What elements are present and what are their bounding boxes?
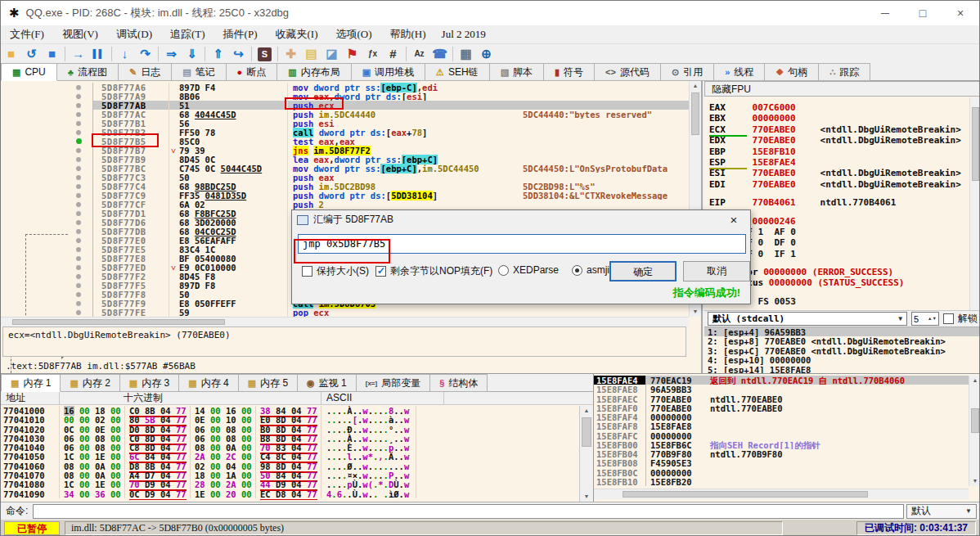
memory-tab-内存 1[interactable]: ▦内存 1 (1, 374, 61, 392)
menu-item-收藏夹I[interactable]: 收藏夹(I) (266, 25, 326, 43)
command-script-dropdown[interactable]: 默认 ▼ (906, 504, 977, 519)
tab-符号[interactable]: ▮符号 (544, 63, 595, 81)
arg-row[interactable]: 2: [esp+8] 770EABE0 <ntdll.DbgUiRemoteBr… (704, 336, 980, 345)
scroll-down-icon[interactable]: ▼ (690, 307, 701, 317)
disasm-row[interactable]: 5D8F77B7˅79 39jns im.5D8F77F2 (1, 146, 689, 155)
stop-icon[interactable]: ■ (42, 45, 62, 63)
register-row[interactable]: EBX 00000000 (709, 113, 969, 124)
script-s-icon[interactable]: S (258, 47, 272, 61)
asmjit-radio[interactable] (572, 265, 582, 276)
gutter-dot[interactable] (76, 157, 81, 162)
xedparse-radio[interactable] (498, 265, 509, 276)
stack-row[interactable]: 15E8FAE4770EAC19返回到 ntdll.770EAC19 自 ntd… (594, 376, 969, 385)
gutter-dot[interactable] (76, 301, 81, 306)
stack-row[interactable]: 15E8FAEC770EABE0ntdll.770EABE0 (594, 394, 969, 403)
breakpoint-dot[interactable] (76, 138, 82, 144)
memory-tab-内存 3[interactable]: ▦内存 3 (120, 374, 179, 392)
disasm-row[interactable]: 5D8F77BCC745 0C 5044C45Dmov dword ptr ss… (1, 164, 689, 173)
tab-调用堆栈[interactable]: ▣调用堆栈 (352, 63, 425, 81)
disasm-row[interactable]: 5D8F77A98B06mov eax,dword ptr ds:[esi] (1, 92, 689, 101)
gutter-dot[interactable] (76, 148, 81, 153)
gutter-dot[interactable] (76, 310, 81, 315)
tab-日志[interactable]: ✎日志 (119, 63, 172, 81)
stack-horizontal-scrollbar[interactable] (594, 489, 969, 499)
memory-tab-内存 5[interactable]: ▦内存 5 (239, 374, 298, 392)
tab-源代码[interactable]: <>源代码 (595, 63, 661, 81)
memory-row[interactable]: 7704109034 00 36 000C D9 04 771E 00 20 0… (1, 489, 579, 498)
pause-icon[interactable]: ▌▌ (88, 45, 109, 63)
globe-icon[interactable]: ⊕ (476, 45, 497, 63)
register-row[interactable]: EAX 007C6000 (709, 102, 969, 113)
memory-row[interactable]: 770410801C 00 1E 0070 D9 04 7728 00 2A 0… (1, 480, 579, 489)
register-row[interactable]: ECX 770EABE0<ntdll.DbgUiRemoteBreakin> (709, 124, 969, 135)
tab-线程[interactable]: »线程 (714, 63, 765, 81)
gutter-dot[interactable] (76, 265, 81, 270)
memory-vertical-scrollbar[interactable]: ▲ ▼ (579, 406, 593, 502)
stack-row[interactable]: 15E8FAE896A59BB3 (594, 385, 969, 394)
calculator-icon[interactable]: ▦ (456, 45, 476, 63)
calling-convention-select[interactable]: 默认 (stdcall) ▼ (708, 312, 907, 326)
memory-row[interactable]: 7704103006 00 08 00C0 8D 04 7706 00 08 0… (1, 434, 579, 443)
cancel-button[interactable]: 取消 (683, 261, 750, 282)
bookmark-icon[interactable]: ⚑ (342, 45, 362, 63)
stack-vertical-scrollbar[interactable]: ▲ ▼ (969, 376, 980, 486)
memory-row[interactable]: 7704100016 00 18 00C0 8B 04 7714 00 16 0… (1, 406, 579, 415)
unlock-checkbox[interactable] (943, 313, 954, 324)
function-icon[interactable]: ƒx (362, 45, 383, 63)
stack-row[interactable]: 15E8FB0015E8FB6C指向SEH_Record[1]的指针 (594, 440, 969, 449)
stack-row[interactable]: 15E8FAF0770EABE0ntdll.770EABE0 (594, 403, 969, 412)
tab-断点[interactable]: ●断点 (227, 63, 278, 81)
fill-nop-checkbox[interactable] (375, 266, 386, 277)
close-button[interactable]: × (942, 1, 979, 25)
memory-tab-内存 2[interactable]: ▦内存 2 (61, 374, 119, 392)
memory-row[interactable]: 770410200C 00 0E 00D0 8D 04 7706 00 08 0… (1, 425, 579, 434)
scroll-up-icon[interactable]: ▲ (690, 81, 701, 91)
run-icon[interactable]: → (68, 45, 88, 63)
register-row[interactable]: EDX 770EABE0<ntdll.DbgUiRemoteBreakin> (709, 135, 969, 146)
hide-fpu-button[interactable]: 隐藏FPU (704, 81, 980, 97)
register-row[interactable]: EIP 770B4061ntdll.770B4061 (709, 197, 969, 208)
memory-tab-局部变量[interactable]: [x=]局部变量 (357, 374, 430, 392)
tab-笔记[interactable]: ▤笔记 (172, 63, 226, 81)
maximize-button[interactable]: □ (904, 1, 942, 25)
stack-row[interactable]: 15E8FB04770B9F80ntdll.770B9F80 (594, 449, 969, 458)
menu-item-帮助H[interactable]: 帮助(H) (381, 25, 435, 43)
gutter-dot[interactable] (76, 103, 81, 108)
register-row[interactable]: EBP 15E8FB10 (709, 146, 969, 157)
gutter-dot[interactable] (76, 283, 81, 288)
spinner-arrows-icon[interactable]: ▲▼ (928, 317, 937, 321)
disasm-row[interactable]: 5D8F77B2FF50 78call dword ptr ds:[eax+78… (1, 128, 689, 137)
disasm-row[interactable]: 5D8F77FE59pop ecx (1, 308, 689, 317)
tab-CPU[interactable]: ▦CPU (1, 63, 57, 81)
arg-row[interactable]: 1: [esp+4] 96A59BB3 (704, 327, 980, 336)
tab-引用[interactable]: ⊙引用 (661, 63, 714, 81)
disasm-row[interactable]: 5D8F77CF6A 02push 2 (1, 200, 689, 209)
disasm-row[interactable]: 5D8F77B156push esi (1, 119, 689, 128)
step-over-icon[interactable]: ↷ (135, 45, 155, 63)
menu-item-调试D[interactable]: 调试(D) (107, 25, 161, 43)
gutter-dot[interactable] (76, 229, 81, 234)
menu-item-追踪T[interactable]: 追踪(T) (161, 25, 214, 43)
scroll-up-icon[interactable]: ▲ (580, 406, 593, 416)
stack-row[interactable]: 15E8FAF815E8FAE8 (594, 421, 969, 430)
args-count-spinner[interactable]: 5 ▲▼ (911, 312, 939, 326)
tab-跟踪[interactable]: ∴跟踪 (819, 63, 870, 81)
label-icon[interactable]: ◪ (321, 45, 342, 63)
gutter-dot[interactable] (76, 211, 81, 216)
disasm-row[interactable]: 5D8F77C350push eax (1, 173, 689, 182)
stack-row[interactable]: 15E8FB0C00000000 (594, 468, 969, 477)
gutter-dot[interactable] (76, 184, 81, 189)
memory-row[interactable]: 7704107008 00 0A 00A4 D7 04 7718 00 1A 0… (1, 471, 579, 480)
restart-icon[interactable]: ↺ (21, 45, 42, 63)
fill-nop-checkbox-group[interactable]: 剩余字节以NOP填充(F) (375, 264, 492, 278)
gutter-dot[interactable] (76, 202, 81, 207)
dialog-close-icon[interactable]: × (722, 210, 745, 229)
tab-流程图[interactable]: ♣流程图 (57, 63, 119, 81)
minimize-button[interactable]: ─ (866, 1, 904, 25)
stack-row[interactable]: 15E8FAF400000000 (594, 412, 969, 421)
gutter-dot[interactable] (76, 274, 81, 279)
disasm-row[interactable]: 5D8F77B585C0test eax,eax (1, 137, 689, 146)
memory-tab-内存 4[interactable]: ▦内存 4 (179, 374, 238, 392)
arg-row[interactable]: 3: [esp+C] 770EABE0 <ntdll.DbgUiRemoteBr… (704, 346, 980, 355)
disasm-row[interactable]: 5D8F77C468 98BDC25Dpush im.5DC2BD985DC2B… (1, 182, 689, 191)
